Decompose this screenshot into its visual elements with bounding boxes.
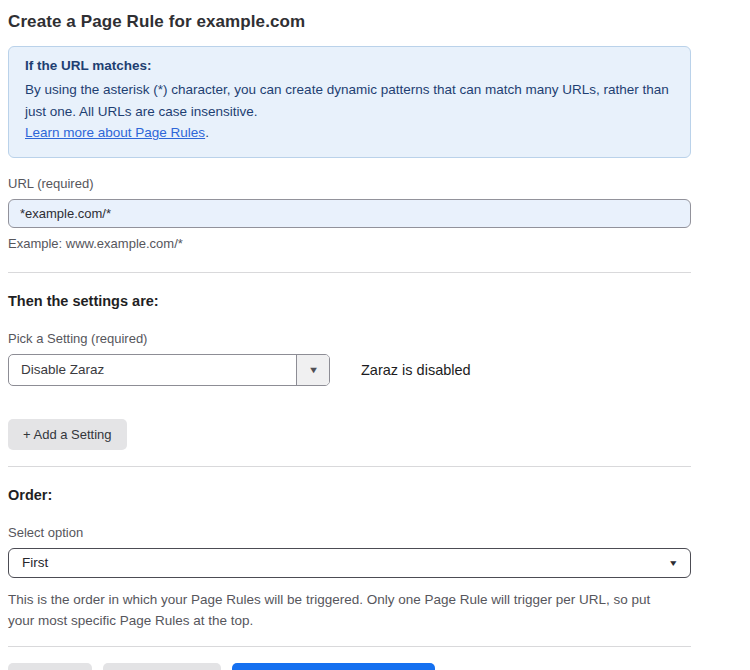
order-select[interactable]: First ▼ [8,548,691,578]
footer-actions: Cancel Save as Draft Save and Deploy Pag… [8,663,691,670]
info-box-body: By using the asterisk (*) character, you… [25,79,673,122]
url-input[interactable] [8,199,691,228]
order-help-text: This is the order in which your Page Rul… [8,589,676,632]
setting-dropdown[interactable]: Disable Zaraz ▼ [8,354,330,386]
save-as-draft-button[interactable]: Save as Draft [103,663,221,670]
order-select-value: First [22,555,669,570]
setting-dropdown-arrow-button[interactable]: ▼ [296,355,329,385]
chevron-down-icon: ▼ [307,365,318,375]
save-and-deploy-button[interactable]: Save and Deploy Page Rule [232,663,436,670]
link-period: . [205,125,209,140]
url-example-text: Example: www.example.com/* [8,236,691,251]
info-box-link-line: Learn more about Page Rules. [25,122,674,144]
chevron-down-icon: ▼ [668,558,679,568]
page-title: Create a Page Rule for example.com [8,12,691,32]
page-rule-form: Create a Page Rule for example.com If th… [8,0,691,670]
setting-picker-row: Disable Zaraz ▼ Zaraz is disabled [8,354,691,386]
url-field-label: URL (required) [8,176,691,191]
add-setting-button[interactable]: + Add a Setting [8,419,127,450]
section-divider [8,272,691,273]
url-match-info-box: If the URL matches: By using the asteris… [8,46,691,158]
setting-dropdown-value: Disable Zaraz [9,355,296,385]
cancel-button[interactable]: Cancel [8,663,92,670]
section-divider [8,466,691,467]
learn-more-link[interactable]: Learn more about Page Rules [25,125,205,140]
settings-section-heading: Then the settings are: [8,293,691,309]
order-section-heading: Order: [8,487,691,503]
order-select-label: Select option [8,525,691,540]
setting-status-text: Zaraz is disabled [361,362,471,378]
footer-divider [8,646,691,647]
pick-setting-label: Pick a Setting (required) [8,331,691,346]
info-box-heading: If the URL matches: [25,58,674,73]
